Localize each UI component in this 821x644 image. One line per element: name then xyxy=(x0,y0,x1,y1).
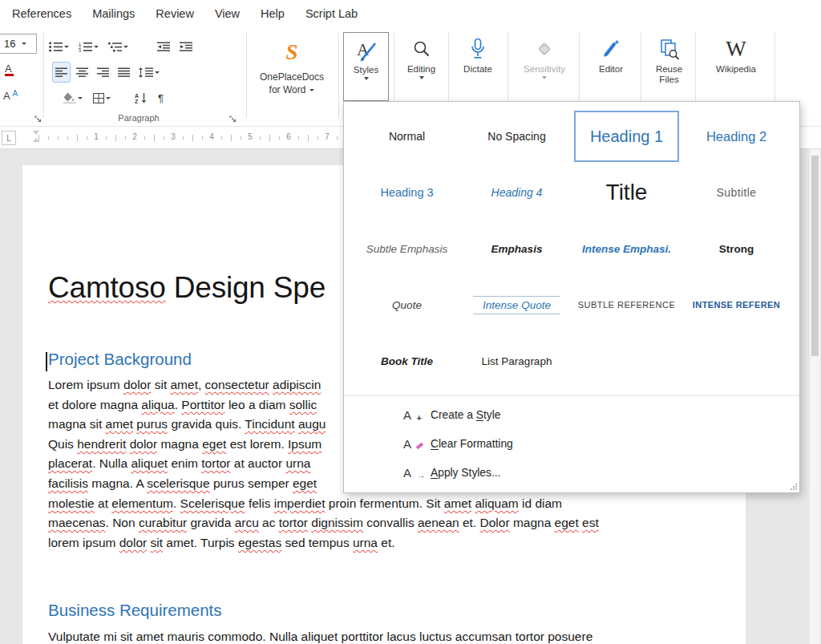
bullets-button[interactable] xyxy=(47,37,71,56)
vertical-scrollbar[interactable] xyxy=(809,149,820,644)
editor-button[interactable]: Editor xyxy=(583,32,639,101)
style-item-intense-quote[interactable]: Intense Quote xyxy=(462,277,572,333)
style-item-subtitle[interactable]: Subtitle xyxy=(681,164,791,221)
font-size-combobox[interactable]: 16 xyxy=(0,34,37,54)
scrollbar-thumb[interactable] xyxy=(811,156,819,356)
shading-button[interactable] xyxy=(61,88,85,107)
apply-styles-menu-item[interactable]: A→Apply Styles... xyxy=(344,458,799,487)
magnifier-icon xyxy=(411,38,432,59)
font-size-value: 16 xyxy=(4,38,15,50)
chevron-down-icon xyxy=(419,76,424,79)
text-cursor xyxy=(46,352,47,371)
oneplacedocs-button[interactable]: S OnePlaceDocs for Word xyxy=(250,32,334,115)
dictate-button[interactable]: Dictate xyxy=(451,32,504,101)
ribbon-tabs: ReferencesMailingsReviewViewHelpScript L… xyxy=(0,0,821,26)
align-left-button[interactable] xyxy=(53,63,70,82)
style-item-label: Title xyxy=(606,180,648,205)
ribbon-tab-view[interactable]: View xyxy=(204,0,250,26)
style-item-label: Heading 1 xyxy=(590,128,663,146)
svg-text:A: A xyxy=(357,40,370,59)
decrease-indent-button[interactable] xyxy=(155,37,172,56)
editing-button[interactable]: Editing xyxy=(398,32,444,101)
multilevel-list-button[interactable] xyxy=(106,37,131,56)
multilevel-list-icon xyxy=(108,42,122,52)
reuse-files-button[interactable]: ReuseFiles xyxy=(644,32,694,101)
font-dialog-launcher[interactable] xyxy=(32,113,43,124)
microphone-icon xyxy=(469,38,487,60)
resize-grip[interactable] xyxy=(788,481,798,491)
numbering-button[interactable]: 123 xyxy=(76,37,101,56)
menu-item-label: Apply Styles... xyxy=(431,467,500,479)
svg-text:Z: Z xyxy=(135,99,139,103)
style-item-heading-2[interactable]: Heading 2 xyxy=(681,108,791,164)
align-left-icon xyxy=(55,67,67,78)
clear-formatting-icon: A xyxy=(403,437,419,451)
line-spacing-button[interactable] xyxy=(136,63,162,82)
ruler-number: 7 xyxy=(325,132,330,141)
style-item-heading-1[interactable]: Heading 1 xyxy=(572,108,681,164)
styles-icon: A xyxy=(354,38,378,62)
style-item-intense-emphasi[interactable]: Intense Emphasi. xyxy=(572,221,681,277)
wikipedia-button-label: Wikipedia xyxy=(716,64,756,74)
style-item-label: Heading 2 xyxy=(706,129,766,144)
clear-formatting-menu-item[interactable]: AClear Formatting xyxy=(344,429,799,458)
style-item-heading-4[interactable]: Heading 4 xyxy=(462,164,572,221)
ribbon-tab-help[interactable]: Help xyxy=(250,0,295,26)
numbering-icon: 123 xyxy=(79,42,92,52)
style-item-label: List Paragraph xyxy=(482,355,552,367)
borders-button[interactable] xyxy=(91,88,113,107)
styles-gallery-grid: NormalNo SpacingHeading 1Heading 2Headin… xyxy=(352,108,791,389)
chevron-down-icon xyxy=(155,71,160,74)
style-item-label: Subtitle xyxy=(717,186,757,199)
style-item-list-paragraph[interactable]: List Paragraph xyxy=(462,333,572,389)
style-item-strong[interactable]: Strong xyxy=(681,221,791,277)
chevron-down-icon xyxy=(64,46,69,48)
line-spacing-icon xyxy=(139,67,153,78)
increase-indent-button[interactable] xyxy=(177,37,195,56)
align-center-button[interactable] xyxy=(74,63,91,82)
reuse-files-label2: Files xyxy=(659,75,678,84)
style-item-label: Subtle Reference xyxy=(578,300,676,310)
wikipedia-button[interactable]: W Wikipedia xyxy=(699,32,773,101)
style-item-normal[interactable]: Normal xyxy=(352,108,462,164)
tab-selector[interactable]: L xyxy=(2,131,16,145)
align-right-icon xyxy=(97,67,109,78)
sort-icon: AZ xyxy=(135,92,148,103)
sort-button[interactable]: AZ xyxy=(132,88,150,107)
dialog-launcher-icon xyxy=(34,115,42,123)
style-item-book-title[interactable]: Book Title xyxy=(352,333,462,389)
style-item-subtle-emphasis[interactable]: Subtle Emphasis xyxy=(352,221,462,277)
style-item-label: Quote xyxy=(392,299,422,311)
ribbon-tab-mailings[interactable]: Mailings xyxy=(82,0,145,26)
style-item-emphasis[interactable]: Emphasis xyxy=(462,221,572,277)
paragraph-dialog-launcher[interactable] xyxy=(227,113,238,124)
ribbon-tab-review[interactable]: Review xyxy=(145,0,204,26)
oneplacedocs-label2: for Word xyxy=(269,84,306,95)
style-item-intense-referen[interactable]: Intense Referen xyxy=(681,277,791,333)
styles-gallery-button[interactable]: A Styles xyxy=(343,32,389,101)
align-right-button[interactable] xyxy=(95,63,111,82)
ribbon-tab-script-lab[interactable]: Script Lab xyxy=(295,0,368,26)
decrease-indent-icon xyxy=(157,42,170,52)
style-item-subtle-reference[interactable]: Subtle Reference xyxy=(572,277,681,333)
oneplacedocs-icon: S xyxy=(285,40,297,64)
group-separator xyxy=(246,33,247,118)
sensitivity-button: Sensitivity xyxy=(511,32,578,101)
style-item-quote[interactable]: Quote xyxy=(352,277,462,333)
ribbon-tab-references[interactable]: References xyxy=(2,0,82,26)
chevron-down-icon xyxy=(542,76,547,79)
sensitivity-icon xyxy=(535,38,554,59)
style-item-heading-3[interactable]: Heading 3 xyxy=(352,164,462,221)
apply-styles-icon: A→ xyxy=(403,466,419,480)
group-separator xyxy=(43,33,44,118)
paragraph-group-label: Paragraph xyxy=(45,113,233,123)
style-item-no-spacing[interactable]: No Spacing xyxy=(462,108,572,164)
text-effects-icon[interactable]: A A xyxy=(3,89,18,102)
create-a-style-menu-item[interactable]: A+Create a Style xyxy=(344,400,799,429)
show-paragraph-marks-button[interactable]: ¶ xyxy=(156,88,166,107)
oneplacedocs-label: OnePlaceDocs xyxy=(260,71,324,83)
style-item-label: Heading 3 xyxy=(380,186,433,199)
style-item-title[interactable]: Title xyxy=(572,164,681,221)
font-color-icon[interactable]: A xyxy=(5,63,14,76)
justify-button[interactable] xyxy=(115,63,132,82)
